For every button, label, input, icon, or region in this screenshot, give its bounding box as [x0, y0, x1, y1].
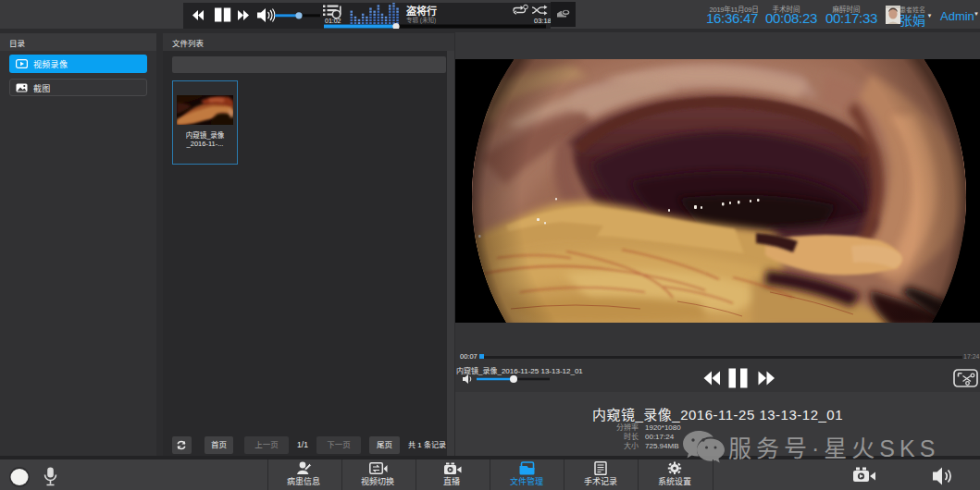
svg-text:01:02: 01:02	[325, 18, 341, 24]
svg-text:03:18: 03:18	[534, 17, 551, 25]
svg-text:专辑 (未知): 专辑 (未知)	[406, 16, 436, 24]
svg-text:盗将行: 盗将行	[406, 5, 437, 17]
svg-text:服务号·星火SKS: 服务号·星火SKS	[728, 435, 939, 461]
